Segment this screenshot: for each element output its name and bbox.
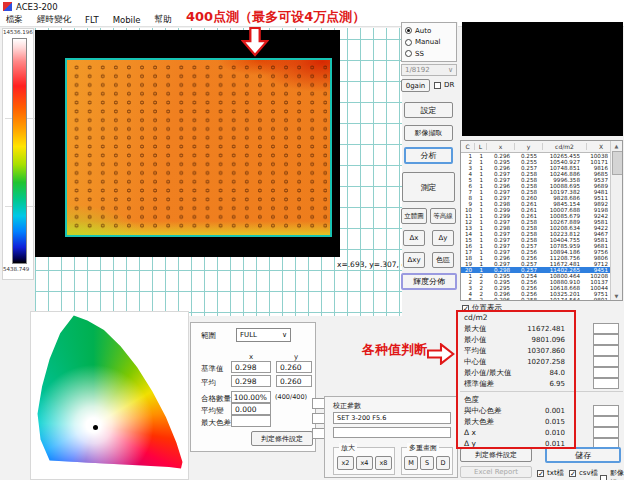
measurement-table[interactable]: C L x y cd/m2 X 110.2960.25510265.455100… bbox=[460, 140, 623, 301]
judge-result-box bbox=[593, 323, 619, 334]
judge-result-box bbox=[593, 356, 619, 367]
avg-label: 平均 bbox=[201, 378, 216, 388]
colorbar-max-label: 14536.196 bbox=[3, 29, 33, 35]
radio-auto[interactable]: Auto bbox=[405, 27, 456, 35]
cie-chromaticity-diagram[interactable] bbox=[33, 314, 184, 475]
view-3d-button[interactable]: 立體圖 bbox=[401, 208, 427, 224]
delta-xy-button[interactable]: Δxy bbox=[403, 252, 425, 268]
ace3-200-window: ACE3-200 檔案 經時變化 FLT Mobile 幫助 14536.196… bbox=[0, 0, 624, 480]
multi-d-button[interactable]: D bbox=[436, 456, 450, 470]
judge-result-box bbox=[593, 367, 619, 378]
csv-label: csv檔 bbox=[579, 468, 598, 478]
radio-auto-icon bbox=[405, 27, 412, 34]
export-image-checkbox[interactable]: 影像檔 bbox=[600, 468, 624, 480]
avg-variation-label: 平均變 bbox=[201, 406, 224, 416]
multi-m-button[interactable]: M bbox=[404, 456, 418, 470]
color-area-button[interactable]: 色區 bbox=[432, 252, 454, 268]
zoom-group: 放大 x2 x4 x8 bbox=[333, 447, 395, 475]
txt-label: txt檔 bbox=[547, 468, 564, 478]
radio-auto-label: Auto bbox=[415, 27, 431, 35]
multi-s-button[interactable]: S bbox=[420, 456, 434, 470]
csv-check-icon bbox=[569, 470, 576, 477]
save-button[interactable]: 儲存 bbox=[545, 447, 621, 463]
contour-button[interactable]: 等高線 bbox=[430, 208, 456, 224]
down-arrow-icon bbox=[241, 26, 269, 58]
image-capture-button[interactable]: 影像擷取 bbox=[404, 125, 453, 141]
window-title: ACE3-200 bbox=[16, 2, 58, 12]
scroll-down-icon[interactable]: ▼ bbox=[611, 291, 622, 300]
max-colordiff-field[interactable] bbox=[231, 415, 271, 427]
multi-screen-group: 多重畫面 M S D bbox=[401, 447, 453, 475]
measure-button[interactable]: 測定 bbox=[402, 172, 455, 202]
delta-x-button[interactable]: Δx bbox=[403, 230, 425, 246]
capture-mode-group: Auto Manual SS bbox=[401, 22, 457, 62]
colorbar-min-label: 5438.749 bbox=[3, 266, 29, 272]
avg-x-field[interactable]: 0.298 bbox=[231, 375, 271, 387]
dr-checkbox-icon bbox=[434, 82, 441, 89]
judge-result-box bbox=[593, 345, 619, 356]
zoom-x4-button[interactable]: x4 bbox=[356, 456, 373, 470]
avg-y-field[interactable]: 0.260 bbox=[276, 375, 312, 387]
camera-preview[interactable] bbox=[462, 22, 623, 136]
judge-result-box bbox=[593, 378, 619, 389]
avg-variation-field[interactable]: 0.000 bbox=[231, 403, 271, 415]
shutter-select[interactable]: 1/8192 ∨ bbox=[401, 64, 457, 76]
pass-count-label: 合格數量 bbox=[201, 394, 231, 404]
stat-row: Δ x0.010 bbox=[460, 427, 623, 438]
analyze-button[interactable]: 分析 bbox=[404, 147, 453, 164]
delta-y-button[interactable]: Δy bbox=[432, 230, 454, 246]
zoom-group-label: 放大 bbox=[339, 443, 357, 453]
zoom-x2-button[interactable]: x2 bbox=[337, 456, 354, 470]
radio-ss[interactable]: SS bbox=[405, 50, 456, 58]
pass-percent-field: 100.00% bbox=[231, 391, 271, 403]
radio-manual-label: Manual bbox=[415, 38, 440, 46]
stats-lum-header: cd/m2 bbox=[460, 312, 623, 323]
scrollbar-thumb[interactable] bbox=[612, 151, 623, 175]
dr-checkbox[interactable]: DR bbox=[434, 81, 454, 89]
ref-label: 基準值 bbox=[201, 364, 224, 374]
range-value: FULL bbox=[240, 331, 257, 339]
settings-button[interactable]: 設定 bbox=[404, 102, 453, 118]
stat-row: 與中心色差0.001 bbox=[460, 405, 623, 416]
luminance-dist-button[interactable]: 輝度分佈 bbox=[401, 273, 457, 290]
luminance-heatmap[interactable] bbox=[65, 58, 332, 237]
max-colordiff-label: 最大色差 bbox=[201, 418, 231, 428]
calibration-title: 校正參數 bbox=[333, 401, 361, 411]
table-row[interactable]: 520.2960.25810174.5649801 bbox=[461, 297, 622, 301]
stat-row: 標準偏差6.95 bbox=[460, 378, 623, 389]
measurement-table-body[interactable]: 110.2960.25510265.45510038210.2950.25510… bbox=[461, 153, 622, 301]
radio-manual[interactable]: Manual bbox=[405, 38, 456, 46]
cie-diagram-panel bbox=[30, 311, 189, 480]
scroll-up-icon[interactable]: ▲ bbox=[611, 141, 622, 150]
judge-setting-button-mid[interactable]: 判定條件設定 bbox=[251, 431, 313, 446]
stat-row: 平均值10307.860 bbox=[460, 345, 623, 356]
stat-row: 最小值9801.096 bbox=[460, 334, 623, 345]
calibration-value2-field[interactable] bbox=[333, 427, 451, 438]
menu-item-time-change[interactable]: 經時變化 bbox=[37, 14, 71, 26]
stat-row: 最大色差0.015 bbox=[460, 416, 623, 427]
calibration-value-field[interactable]: SET 3-200 F5.6 bbox=[333, 412, 451, 424]
menu-item-flt[interactable]: FLT bbox=[85, 15, 99, 25]
judge-result-box bbox=[593, 427, 619, 438]
judge-setting-button-right[interactable]: 判定條件設定 bbox=[460, 448, 532, 462]
position-display-check-icon bbox=[462, 305, 469, 312]
gain-button[interactable]: 0gain bbox=[401, 79, 430, 92]
heatmap-panel[interactable] bbox=[35, 30, 340, 257]
stats-chroma-rows: 與中心色差0.001最大色差0.015Δ x0.010Δ y0.011 bbox=[460, 405, 623, 449]
right-arrow-icon bbox=[427, 343, 455, 365]
chevron-down-icon: ∨ bbox=[448, 66, 453, 74]
ref-y-field[interactable]: 0.260 bbox=[276, 361, 312, 373]
ref-x-field[interactable]: 0.298 bbox=[231, 361, 271, 373]
stats-divider bbox=[460, 391, 623, 392]
table-scrollbar[interactable]: ▲ ▼ bbox=[610, 141, 622, 300]
menu-item-mobile[interactable]: Mobile bbox=[113, 15, 141, 25]
menu-item-file[interactable]: 檔案 bbox=[6, 14, 23, 26]
annotation-judge: 各种值判断 bbox=[362, 341, 427, 359]
col-x-header: x bbox=[249, 353, 253, 361]
range-select[interactable]: FULL ∨ bbox=[236, 328, 291, 342]
excel-report-button: Excel Report bbox=[460, 466, 532, 478]
export-csv-checkbox[interactable]: csv檔 bbox=[569, 468, 598, 478]
menu-item-help[interactable]: 幫助 bbox=[155, 14, 172, 26]
zoom-x8-button[interactable]: x8 bbox=[375, 456, 392, 470]
export-txt-checkbox[interactable]: txt檔 bbox=[537, 468, 564, 478]
